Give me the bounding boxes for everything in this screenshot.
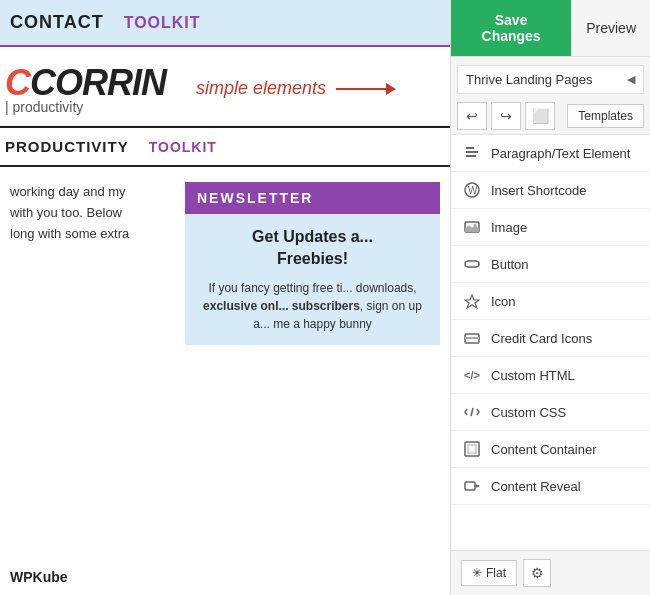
nav-productivity[interactable]: PRODUCTIVITY	[5, 138, 129, 155]
text-line2: with you too. Below	[10, 203, 170, 224]
flat-button[interactable]: ✳ Flat	[461, 560, 517, 586]
menu-item-content-container[interactable]: Content Container	[451, 431, 650, 468]
flat-label: Flat	[486, 566, 506, 580]
menu-item-paragraph[interactable]: Paragraph/Text Element	[451, 135, 650, 172]
image-button[interactable]: ⬜	[525, 102, 555, 130]
thrive-label: Thrive Landing Pages	[466, 72, 592, 87]
newsletter-title: Get Updates a...Freebies!	[197, 226, 428, 271]
text-line1: working day and my	[10, 182, 170, 203]
text-block: working day and my with you too. Below l…	[10, 182, 170, 345]
right-panel: Save Changes Preview Thrive Landing Page…	[450, 0, 650, 595]
panel-header: Save Changes Preview	[451, 0, 650, 57]
menu-item-content-reveal[interactable]: Content Reveal	[451, 468, 650, 505]
svg-rect-12	[465, 337, 479, 339]
redo-button[interactable]: ↪	[491, 102, 521, 130]
content-area: CONTACT TOOLKIT CCORRIN | productivity s…	[0, 0, 450, 595]
thrive-dropdown[interactable]: Thrive Landing Pages ◀	[457, 65, 644, 94]
logo-block: CCORRIN | productivity	[5, 62, 166, 115]
svg-line-13	[471, 408, 473, 416]
top-nav: CONTACT TOOLKIT	[0, 0, 450, 47]
paragraph-icon	[463, 144, 481, 162]
custom-html-icon: </>	[463, 366, 481, 384]
menu-label-paragraph: Paragraph/Text Element	[491, 146, 630, 161]
chevron-icon: ◀	[627, 73, 635, 86]
svg-marker-8	[465, 225, 479, 232]
menu-label-content-reveal: Content Reveal	[491, 479, 581, 494]
menu-label-custom-css: Custom CSS	[491, 405, 566, 420]
menu-label-image: Image	[491, 220, 527, 235]
logo-text: CCORRIN	[5, 62, 166, 104]
toolbar-icons: ↩ ↪ ⬜ Templates	[451, 98, 650, 135]
menu-item-custom-html[interactable]: </> Custom HTML	[451, 357, 650, 394]
menu-label-content-container: Content Container	[491, 442, 597, 457]
save-button[interactable]: Save Changes	[451, 0, 571, 56]
newsletter-box: NEWSLETTER Get Updates a...Freebies! If …	[185, 182, 440, 345]
newsletter-desc: If you fancy getting free ti... download…	[197, 279, 428, 333]
svg-marker-1	[386, 83, 396, 95]
simple-elements-text: simple elements	[196, 78, 326, 99]
simple-elements-area: simple elements	[196, 78, 396, 99]
menu-label-icon: Icon	[491, 294, 516, 309]
menu-label-shortcode: Insert Shortcode	[491, 183, 586, 198]
second-nav: PRODUCTIVITY TOOLKIT	[0, 126, 450, 167]
newsletter-header: NEWSLETTER	[185, 182, 440, 214]
custom-css-icon	[463, 403, 481, 421]
svg-rect-14	[465, 442, 479, 456]
templates-button[interactable]: Templates	[567, 104, 644, 128]
menu-list: Paragraph/Text Element W Insert Shortcod…	[451, 135, 650, 550]
main-content: working day and my with you too. Below l…	[0, 167, 450, 360]
bottom-bar: ✳ Flat ⚙	[451, 550, 650, 595]
logo-name: CORRIN	[30, 62, 166, 103]
content-reveal-icon	[463, 477, 481, 495]
logo-c: C	[5, 62, 30, 103]
logo-area: CCORRIN | productivity simple elements	[0, 47, 450, 126]
menu-label-credit-card: Credit Card Icons	[491, 331, 592, 346]
shortcode-icon: W	[463, 181, 481, 199]
flat-icon: ✳	[472, 566, 482, 580]
text-line3: long with some extra	[10, 224, 170, 245]
menu-item-button[interactable]: Button	[451, 246, 650, 283]
preview-button[interactable]: Preview	[571, 0, 650, 56]
gear-icon: ⚙	[531, 565, 544, 581]
undo-button[interactable]: ↩	[457, 102, 487, 130]
svg-rect-15	[468, 445, 476, 453]
svg-rect-16	[465, 482, 475, 490]
gear-button[interactable]: ⚙	[523, 559, 551, 587]
menu-item-custom-css[interactable]: Custom CSS	[451, 394, 650, 431]
newsletter-body: Get Updates a...Freebies! If you fancy g…	[185, 214, 440, 345]
nav-toolkit2[interactable]: TOOLKIT	[149, 139, 217, 155]
redo-icon: ↪	[500, 108, 512, 124]
menu-label-custom-html: Custom HTML	[491, 368, 575, 383]
nav-contact[interactable]: CONTACT	[10, 12, 104, 33]
svg-rect-10	[465, 261, 479, 267]
button-icon	[463, 255, 481, 273]
wpkube-label: WPKube	[10, 569, 68, 585]
menu-label-button: Button	[491, 257, 529, 272]
menu-item-icon[interactable]: Icon	[451, 283, 650, 320]
svg-point-9	[474, 224, 477, 227]
arrow-icon	[336, 79, 396, 99]
icon-menu-icon	[463, 292, 481, 310]
menu-item-image[interactable]: Image	[451, 209, 650, 246]
image-menu-icon	[463, 218, 481, 236]
menu-item-credit-card[interactable]: Credit Card Icons	[451, 320, 650, 357]
content-container-icon	[463, 440, 481, 458]
undo-icon: ↩	[466, 108, 478, 124]
svg-rect-2	[466, 147, 474, 149]
image-icon: ⬜	[532, 108, 549, 124]
svg-text:W: W	[468, 185, 478, 196]
menu-item-shortcode[interactable]: W Insert Shortcode	[451, 172, 650, 209]
credit-card-icon	[463, 329, 481, 347]
svg-rect-3	[466, 151, 478, 153]
nav-toolkit[interactable]: TOOLKIT	[124, 14, 201, 32]
svg-rect-4	[466, 155, 476, 157]
